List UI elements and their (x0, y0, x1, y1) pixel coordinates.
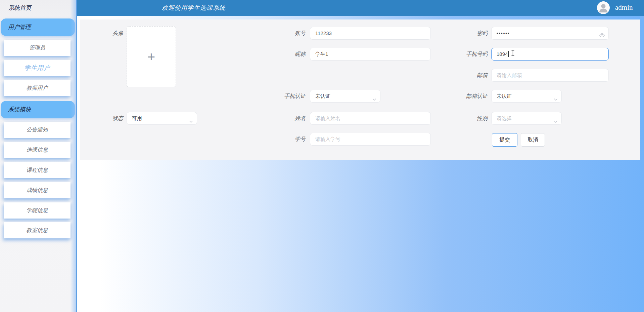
chevron-down-icon (553, 116, 558, 128)
text-cursor-icon (511, 48, 515, 60)
password-field[interactable]: •••••• (491, 27, 609, 40)
phone-verify-select[interactable]: 未认证 (310, 90, 380, 103)
eye-icon[interactable] (599, 31, 605, 43)
sidebar-section-user-management[interactable]: 用户管理 (1, 18, 75, 36)
text-caret (508, 51, 509, 57)
username[interactable]: admin (615, 0, 633, 15)
name-placeholder: 请输入姓名 (315, 115, 340, 121)
email-verify-value: 未认证 (497, 93, 512, 99)
nickname-field[interactable]: 学生1 (310, 48, 431, 61)
cancel-button[interactable]: 取消 (521, 133, 545, 147)
user-avatar-icon (597, 1, 610, 14)
gender-label: 性别 (447, 112, 488, 125)
sidebar-item-admin-user[interactable]: 管理员 (4, 40, 71, 56)
student-no-placeholder: 请输入学号 (315, 136, 340, 142)
sidebar-section-system-modules[interactable]: 系统模块 (1, 101, 75, 118)
chevron-down-icon (372, 94, 377, 106)
nickname-value: 学生1 (315, 51, 328, 57)
phone-verify-label: 手机认证 (265, 90, 306, 103)
email-verify-select[interactable]: 未认证 (491, 90, 562, 103)
phone-field[interactable]: 1894 (491, 48, 609, 61)
plus-icon: + (147, 50, 155, 64)
sidebar-item-announcements[interactable]: 公告通知 (4, 122, 71, 138)
phone-value: 1894 (497, 51, 508, 57)
avatar[interactable] (597, 1, 610, 14)
page: 系统首页 用户管理 管理员 学生用户 教师用户 系统模块 公告通知 选课信息 课… (0, 0, 644, 312)
avatar-label: 头像 (83, 27, 123, 40)
email-placeholder: 请输入邮箱 (497, 72, 522, 78)
account-label: 账号 (265, 27, 306, 40)
sidebar-divider (76, 0, 77, 312)
sidebar-item-classrooms[interactable]: 教室信息 (4, 222, 71, 238)
sidebar-item-course-selection[interactable]: 选课信息 (4, 142, 71, 158)
student-no-field[interactable]: 请输入学号 (310, 133, 431, 146)
gender-placeholder: 请选择 (497, 115, 512, 121)
password-label: 密码 (447, 27, 488, 40)
student-no-label: 学号 (265, 133, 306, 146)
sidebar: 系统首页 用户管理 管理员 学生用户 教师用户 系统模块 公告通知 选课信息 课… (0, 0, 77, 312)
chevron-down-icon (553, 94, 558, 106)
submit-button[interactable]: 提交 (492, 133, 517, 147)
sidebar-item-colleges[interactable]: 学院信息 (4, 202, 71, 219)
header-bar: 欢迎使用学生选课系统 admin (77, 0, 644, 16)
name-field[interactable]: 请输入姓名 (310, 112, 431, 125)
password-value: •••••• (497, 31, 510, 36)
email-label: 邮箱 (447, 69, 488, 82)
avatar-upload[interactable]: + (127, 26, 176, 87)
chevron-down-icon (189, 116, 193, 128)
sidebar-item-courses[interactable]: 课程信息 (4, 162, 71, 178)
sidebar-item-student-user[interactable]: 学生用户 (4, 60, 71, 76)
phone-verify-value: 未认证 (315, 93, 330, 99)
sidebar-item-grades[interactable]: 成绩信息 (4, 182, 71, 198)
name-label: 姓名 (265, 112, 306, 125)
email-field[interactable]: 请输入邮箱 (491, 69, 609, 82)
gender-select[interactable]: 请选择 (491, 112, 562, 125)
page-title: 欢迎使用学生选课系统 (162, 0, 226, 16)
phone-label: 手机号码 (447, 48, 488, 61)
sidebar-divider-glow (70, 0, 76, 312)
status-select[interactable]: 可用 (127, 112, 197, 125)
nickname-label: 昵称 (265, 48, 306, 61)
status-label: 状态 (83, 112, 123, 125)
status-value: 可用 (132, 115, 142, 121)
account-value: 112233 (315, 30, 332, 36)
email-verify-label: 邮箱认证 (447, 90, 488, 103)
sidebar-item-teacher-user[interactable]: 教师用户 (4, 80, 71, 96)
sidebar-item-home[interactable]: 系统首页 (8, 0, 31, 16)
account-field[interactable]: 112233 (310, 27, 431, 40)
